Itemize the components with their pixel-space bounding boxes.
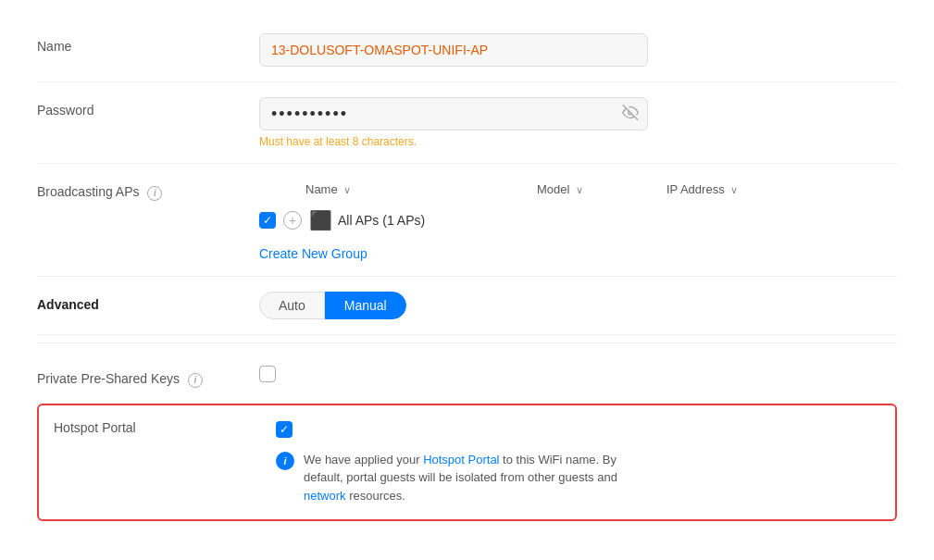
broadcasting-info-icon[interactable]: i (147, 186, 162, 201)
advanced-label: Advanced (37, 292, 259, 312)
hotspot-inner: Hotspot Portal ✓ i We have applied your … (54, 420, 880, 505)
ap-name-text: All APs (1 APs) (338, 213, 425, 228)
broadcasting-label: Broadcasting APs i (37, 179, 259, 201)
col-model-header: Model ∨ (537, 182, 666, 196)
private-keys-label: Private Pre-Shared Keys i (37, 366, 259, 388)
ip-sort-icon[interactable]: ∨ (730, 184, 738, 195)
advanced-field-col: Auto Manual (259, 292, 897, 319)
auto-toggle-btn[interactable]: Auto (259, 292, 325, 319)
private-keys-info-icon[interactable]: i (188, 373, 203, 388)
ap-table-header: Name ∨ Model ∨ IP Address ∨ (259, 179, 815, 204)
private-keys-row: Private Pre-Shared Keys i (37, 351, 897, 404)
hotspot-network-link[interactable]: network (304, 489, 346, 503)
advanced-toggle-group: Auto Manual (259, 292, 897, 319)
col-ip-header: IP Address ∨ (666, 182, 815, 196)
password-wrapper (259, 97, 648, 131)
password-label: Password (37, 97, 259, 118)
password-input[interactable] (259, 97, 648, 131)
ap-table: Name ∨ Model ∨ IP Address ∨ ✓ + ⬛ All AP… (259, 179, 815, 237)
toggle-password-icon[interactable] (622, 105, 639, 124)
name-row: Name (37, 19, 897, 82)
hotspot-checkbox[interactable]: ✓ (276, 421, 293, 438)
advanced-row: Advanced Auto Manual (37, 277, 897, 335)
password-row: Password Must have at least 8 characters… (37, 82, 897, 164)
password-field-col: Must have at least 8 characters. (259, 97, 897, 148)
col-name-header: Name ∨ (259, 182, 537, 196)
private-keys-field-col (259, 366, 897, 382)
hotspot-text-part1: We have applied your (304, 453, 423, 467)
divider (37, 342, 897, 343)
private-keys-checkbox[interactable] (259, 366, 276, 382)
create-group-link[interactable]: Create New Group (259, 246, 367, 261)
hotspot-field-col: ✓ i We have applied your Hotspot Portal … (276, 420, 880, 505)
model-sort-icon[interactable]: ∨ (576, 184, 583, 195)
manual-toggle-btn[interactable]: Manual (325, 292, 406, 319)
ap-row: ✓ + ⬛ All APs (1 APs) (259, 204, 815, 237)
broadcasting-field-col: Name ∨ Model ∨ IP Address ∨ ✓ + ⬛ All AP… (259, 179, 897, 261)
name-input[interactable] (259, 33, 648, 67)
hotspot-portal-row: Hotspot Portal ✓ i We have applied your … (37, 404, 897, 522)
hotspot-label: Hotspot Portal (54, 420, 276, 435)
password-hint: Must have at least 8 characters. (259, 135, 897, 148)
hotspot-text-part3: resources. (346, 489, 405, 503)
name-sort-icon[interactable]: ∨ (343, 184, 351, 195)
hotspot-portal-link[interactable]: Hotspot Portal (423, 453, 499, 467)
ap-checkbox[interactable]: ✓ (259, 212, 276, 229)
hotspot-info-circle: i (276, 452, 294, 470)
ap-expand-btn[interactable]: + (283, 211, 302, 230)
name-label: Name (37, 33, 259, 54)
broadcasting-row: Broadcasting APs i Name ∨ Model ∨ IP Add… (37, 164, 897, 277)
hotspot-info-box: i We have applied your Hotspot Portal to… (276, 451, 880, 505)
hotspot-info-text: We have applied your Hotspot Portal to t… (304, 451, 618, 505)
name-field-col (259, 33, 897, 67)
ap-device-icon: ⬛ (309, 209, 332, 231)
